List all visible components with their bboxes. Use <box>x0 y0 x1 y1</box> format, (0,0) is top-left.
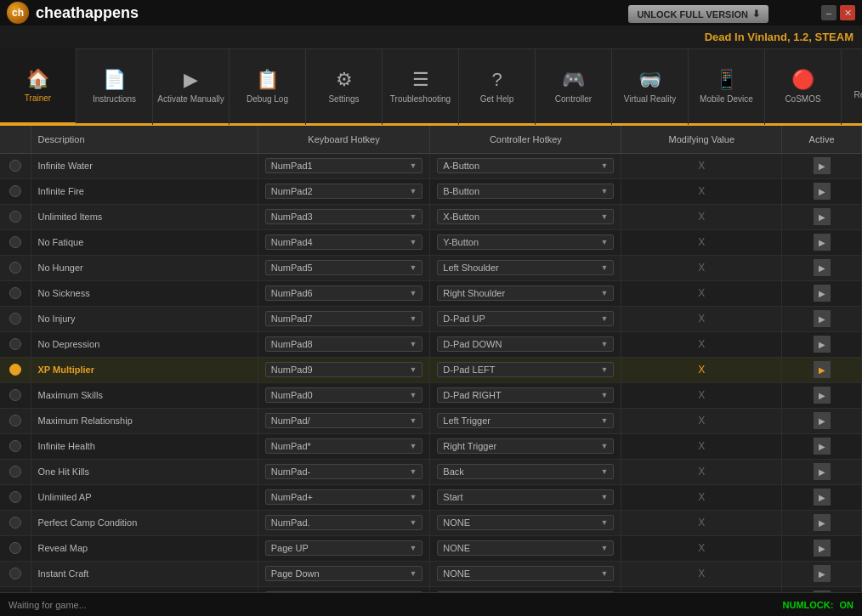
keyboard-dropdown[interactable]: NumPad1▼ <box>265 158 423 173</box>
minimize-button[interactable]: – <box>821 5 836 20</box>
toggle-circle[interactable] <box>9 542 21 554</box>
activate-button[interactable] <box>814 336 831 353</box>
keyboard-dropdown[interactable]: NumPad+▼ <box>265 489 423 505</box>
row-active-cell[interactable] <box>782 331 862 357</box>
activate-button[interactable] <box>814 463 831 480</box>
row-active-cell[interactable] <box>782 408 862 433</box>
row-controller-hotkey[interactable]: Start▼ <box>430 484 621 510</box>
row-controller-hotkey[interactable]: Left Shoulder▼ <box>430 255 621 280</box>
row-active-cell[interactable] <box>782 586 862 592</box>
nav-item-mobile-device[interactable]: 📱 Mobile Device <box>689 48 765 125</box>
nav-item-debug-log[interactable]: 📋 Debug Log <box>230 48 306 125</box>
row-controller-hotkey[interactable]: Y-Button▼ <box>430 229 621 255</box>
row-keyboard-hotkey[interactable]: NumPad9▼ <box>258 357 430 382</box>
keyboard-dropdown[interactable]: NumPad-▼ <box>265 464 423 479</box>
activate-button[interactable] <box>814 565 831 582</box>
row-active-cell[interactable] <box>782 204 862 229</box>
row-controller-hotkey[interactable]: NONE▼ <box>430 510 621 535</box>
nav-item-activate-manually[interactable]: ▶ Activate Manually <box>153 48 230 125</box>
toggle-circle[interactable] <box>9 517 21 528</box>
nav-item-trainer[interactable]: 🏠 Trainer <box>0 48 77 125</box>
row-controller-hotkey[interactable]: D-Pad LEFT▼ <box>430 357 621 382</box>
nav-item-get-help[interactable]: ? Get Help <box>459 48 536 125</box>
controller-dropdown[interactable]: D-Pad UP▼ <box>437 311 614 326</box>
row-active-cell[interactable] <box>782 153 862 178</box>
row-keyboard-hotkey[interactable]: NumPad/▼ <box>258 408 430 433</box>
nav-item-controller[interactable]: 🎮 Controller <box>536 48 612 125</box>
controller-dropdown[interactable]: D-Pad LEFT▼ <box>437 362 614 377</box>
keyboard-dropdown[interactable]: NumPad0▼ <box>265 387 423 403</box>
row-active-cell[interactable] <box>782 280 862 306</box>
row-active-cell[interactable] <box>782 459 862 484</box>
nav-item-instructions[interactable]: 📄 Instructions <box>77 48 153 125</box>
row-keyboard-hotkey[interactable]: Page UP▼ <box>258 535 430 561</box>
controller-dropdown[interactable]: Left Shoulder▼ <box>437 260 614 275</box>
nav-item-cosmos[interactable]: 🔴 CoSMOS <box>765 48 842 125</box>
row-keyboard-hotkey[interactable]: NumPad6▼ <box>258 280 430 306</box>
row-active-cell[interactable] <box>782 178 862 204</box>
controller-dropdown[interactable]: X-Button▼ <box>437 209 614 224</box>
nav-item-virtual-reality[interactable]: 🥽 Virtual Reality <box>612 48 689 125</box>
nav-item-report-game-update[interactable]: ⚠ Report Game Update <box>842 48 862 125</box>
row-keyboard-hotkey[interactable]: NumPad1▼ <box>258 153 430 178</box>
row-keyboard-hotkey[interactable]: NumPad-▼ <box>258 459 430 484</box>
toggle-circle[interactable] <box>9 236 21 248</box>
controller-dropdown[interactable]: Right Trigger▼ <box>437 438 614 454</box>
controller-dropdown[interactable]: Back▼ <box>437 464 614 479</box>
row-active-cell[interactable] <box>782 433 862 459</box>
activate-button[interactable] <box>814 438 831 455</box>
row-keyboard-hotkey[interactable]: NumPad.▼ <box>258 510 430 535</box>
controller-dropdown[interactable]: NONE▼ <box>437 540 614 556</box>
row-controller-hotkey[interactable]: X-Button▼ <box>430 204 621 229</box>
row-keyboard-hotkey[interactable]: NumPad5▼ <box>258 255 430 280</box>
nav-item-settings[interactable]: ⚙ Settings <box>306 48 383 125</box>
toggle-circle[interactable] <box>9 185 21 197</box>
row-keyboard-hotkey[interactable]: NumPad2▼ <box>258 178 430 204</box>
row-keyboard-hotkey[interactable]: NumPad*▼ <box>258 433 430 459</box>
toggle-circle[interactable] <box>9 415 21 427</box>
close-button[interactable]: ✕ <box>840 5 855 20</box>
toggle-circle[interactable] <box>9 160 21 172</box>
keyboard-dropdown[interactable]: NumPad6▼ <box>265 285 423 301</box>
row-controller-hotkey[interactable]: Right Shoulder▼ <box>430 280 621 306</box>
controller-dropdown[interactable]: Y-Button▼ <box>437 235 614 250</box>
activate-button[interactable] <box>814 259 831 276</box>
keyboard-dropdown[interactable]: NumPad4▼ <box>265 235 423 250</box>
row-controller-hotkey[interactable]: Back▼ <box>430 459 621 484</box>
row-keyboard-hotkey[interactable]: NumPad8▼ <box>258 331 430 357</box>
row-keyboard-hotkey[interactable]: NumPad0▼ <box>258 382 430 408</box>
activate-button[interactable] <box>814 387 831 404</box>
row-keyboard-hotkey[interactable]: NumPad7▼ <box>258 306 430 331</box>
keyboard-dropdown[interactable]: NumPad9▼ <box>265 362 423 377</box>
row-controller-hotkey[interactable]: A-Button▼ <box>430 153 621 178</box>
row-active-cell[interactable] <box>782 306 862 331</box>
keyboard-dropdown[interactable]: NumPad8▼ <box>265 336 423 352</box>
row-controller-hotkey[interactable]: Right Trigger▼ <box>430 433 621 459</box>
toggle-circle[interactable] <box>9 466 21 478</box>
row-controller-hotkey[interactable]: D-Pad RIGHT▼ <box>430 382 621 408</box>
row-controller-hotkey[interactable]: D-Pad DOWN▼ <box>430 331 621 357</box>
keyboard-dropdown[interactable]: NumPad*▼ <box>265 438 423 454</box>
toggle-circle[interactable] <box>9 262 21 274</box>
row-keyboard-hotkey[interactable]: NumPad3▼ <box>258 204 430 229</box>
keyboard-dropdown[interactable]: NumPad/▼ <box>265 413 423 428</box>
activate-button[interactable] <box>814 540 831 557</box>
toggle-circle[interactable] <box>9 211 21 223</box>
unlock-button[interactable]: UNLOCK FULL VERSION ⬇ <box>628 5 768 23</box>
row-active-cell[interactable] <box>782 229 862 255</box>
row-keyboard-hotkey[interactable]: Page Down▼ <box>258 561 430 586</box>
controller-dropdown[interactable]: NONE▼ <box>437 566 614 581</box>
row-active-cell[interactable] <box>782 255 862 280</box>
keyboard-dropdown[interactable]: NumPad2▼ <box>265 184 423 199</box>
controller-dropdown[interactable]: Start▼ <box>437 489 614 505</box>
activate-button[interactable] <box>814 361 831 378</box>
toggle-circle[interactable] <box>9 389 21 401</box>
activate-button[interactable] <box>814 412 831 429</box>
row-active-cell[interactable] <box>782 382 862 408</box>
row-active-cell[interactable] <box>782 484 862 510</box>
toggle-circle[interactable] <box>9 440 21 452</box>
activate-button[interactable] <box>814 183 831 200</box>
activate-button[interactable] <box>814 514 831 531</box>
row-controller-hotkey[interactable]: NONE▼ <box>430 561 621 586</box>
toggle-circle[interactable] <box>9 491 21 503</box>
